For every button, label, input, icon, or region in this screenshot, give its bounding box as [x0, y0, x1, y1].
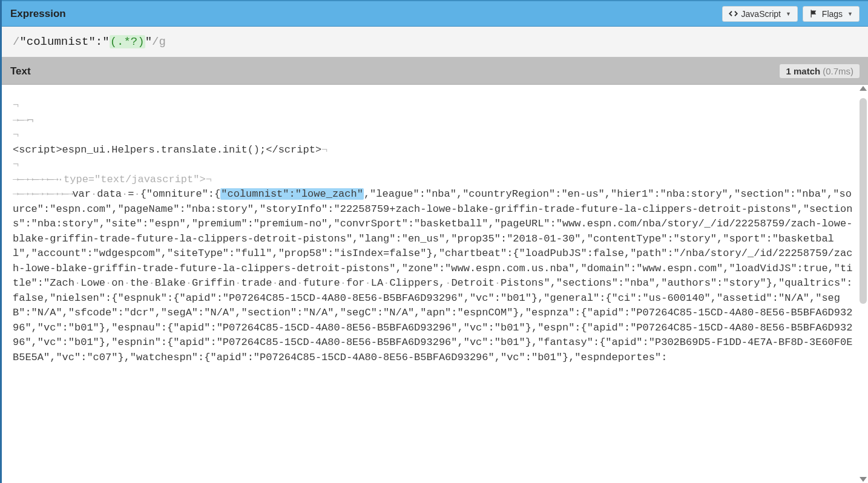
code-icon [729, 9, 738, 18]
match-count: 1 match [786, 66, 820, 76]
text-area-wrapper: ¬ →—→¬ ¬ <script>espn_ui.Helpers.transla… [2, 85, 868, 483]
regex-close-delim: /g [152, 35, 166, 48]
code-line: ·type="text/javascript"> [58, 174, 206, 185]
scroll-up-icon[interactable] [860, 86, 867, 91]
flag-icon [809, 9, 818, 18]
pilcrow: ¬ [13, 129, 19, 140]
code-line: var·data·=·{"omniture":{"columnist":"low… [13, 188, 853, 363]
language-label: JavaScript [741, 9, 781, 19]
regex-match-highlight: "columnist":"lowe_zach" [220, 188, 364, 200]
tab-ws: →—→¬ [13, 114, 33, 126]
match-time: (0.7ms) [823, 66, 853, 76]
flags-button[interactable]: Flags ▼ [803, 6, 860, 22]
match-info: 1 match (0.7ms) [780, 64, 860, 78]
regex-body-post: " [145, 35, 152, 48]
regex-group: (.*?) [110, 35, 145, 48]
pilcrow: ¬ [13, 159, 19, 170]
code-line: <script>espn_ui.Helpers.translate.init()… [13, 144, 321, 156]
pilcrow: ¬ [206, 174, 212, 185]
tab-ws: →—→→—→→—→→—→ [13, 188, 72, 200]
header-buttons: JavaScript ▼ Flags ▼ [722, 6, 860, 22]
regex-body-pre: "columnist":" [19, 35, 109, 48]
expression-input[interactable]: /"columnist":"(.*?)"/g [2, 27, 868, 58]
text-header: Text 1 match (0.7ms) [2, 58, 868, 85]
expression-title: Expression [10, 8, 66, 20]
text-title: Text [10, 65, 31, 77]
pilcrow: ¬ [13, 99, 19, 111]
regex-open-delim: / [13, 35, 19, 48]
text-input[interactable]: ¬ →—→¬ ¬ <script>espn_ui.Helpers.transla… [2, 85, 868, 483]
tab-ws: →—→→—→→—→ [13, 174, 58, 185]
chevron-down-icon: ▼ [847, 11, 853, 17]
flags-label: Flags [822, 9, 843, 19]
language-button[interactable]: JavaScript ▼ [722, 6, 798, 22]
pilcrow: ¬ [321, 144, 327, 156]
expression-header: Expression JavaScript ▼ Flags ▼ [2, 0, 868, 27]
scrollbar-thumb[interactable] [860, 98, 867, 304]
scroll-down-icon[interactable] [860, 477, 867, 482]
chevron-down-icon: ▼ [786, 11, 791, 17]
